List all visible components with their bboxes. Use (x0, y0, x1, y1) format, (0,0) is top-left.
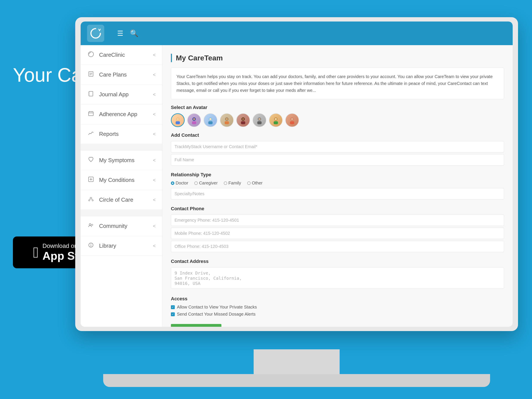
select-avatar-label: Select an Avatar (171, 105, 504, 110)
adherence-icon (87, 110, 95, 118)
checkbox-private-stacks[interactable]: ✓ Allow Contact to View Your Private Sta… (171, 305, 504, 310)
svg-point-18 (92, 200, 93, 201)
laptop-wrapper: ☰ 🔍 CareClinic (69, 11, 525, 387)
relationship-section: Relationship Type Doctor Caregiver (171, 172, 504, 201)
svg-point-43 (258, 118, 260, 120)
sidebar-item-symptoms[interactable]: My Symptoms < (81, 151, 162, 170)
sidebar-label-circle: Circle of Care (99, 196, 149, 203)
sidebar-label-conditions: My Conditions (99, 177, 149, 183)
sidebar-item-circle[interactable]: Circle of Care < (81, 190, 162, 210)
svg-rect-42 (257, 121, 262, 124)
avatar-5[interactable] (236, 113, 250, 127)
radio-doctor[interactable]: Doctor (171, 181, 188, 185)
radio-dot-other (247, 181, 251, 185)
avatar-8[interactable] (285, 113, 299, 127)
careplans-icon (87, 71, 95, 78)
sidebar-item-community[interactable]: Community < (81, 216, 162, 236)
sidebar-item-adherence[interactable]: Adherence App < (81, 104, 162, 124)
sidebar-label-careplans: Care Plans (99, 71, 149, 78)
select-avatar-section: Select an Avatar (171, 105, 504, 127)
reports-icon (87, 130, 95, 138)
radio-dot-doctor (171, 181, 174, 185)
chevron-icon: < (153, 177, 156, 183)
svg-rect-48 (290, 121, 294, 124)
chevron-icon: < (153, 243, 156, 249)
radio-label-doctor: Doctor (176, 181, 188, 185)
apple-icon:  (33, 244, 39, 261)
laptop-stand-neck (254, 349, 340, 375)
specialty-notes-input[interactable] (171, 188, 504, 200)
app-layout: CareClinic < Care Plans (81, 45, 513, 327)
contact-username-input[interactable] (171, 141, 504, 152)
emergency-phone-input[interactable] (171, 215, 504, 226)
search-icon[interactable]: 🔍 (130, 29, 139, 38)
symptoms-icon (87, 157, 95, 164)
avatar-3[interactable] (203, 113, 217, 127)
avatar-1[interactable] (171, 113, 185, 127)
svg-rect-33 (208, 121, 213, 124)
contact-address-section: Contact Address (171, 259, 504, 291)
sidebar-label-reports: Reports (99, 131, 149, 137)
chevron-icon: < (153, 223, 156, 229)
sidebar-item-careplans[interactable]: Care Plans < (81, 65, 162, 85)
chevron-icon: < (153, 92, 156, 97)
description-box: Your CareTeam helps you stay on track. Y… (171, 68, 504, 99)
contact-phone-section: Contact Phone (171, 206, 504, 254)
laptop-body: ☰ 🔍 CareClinic (75, 17, 518, 331)
avatar-row (171, 113, 504, 127)
radio-dot-caregiver (194, 181, 198, 185)
svg-rect-9 (89, 112, 93, 116)
chevron-icon: < (153, 158, 156, 163)
access-section: Access ✓ Allow Contact to View Your Priv… (171, 296, 504, 317)
sidebar-item-reports[interactable]: Reports < (81, 124, 162, 144)
sidebar-item-conditions[interactable]: My Conditions < (81, 170, 162, 190)
contact-address-input[interactable] (171, 267, 504, 289)
office-phone-input[interactable] (171, 241, 504, 252)
sidebar: CareClinic < Care Plans (81, 45, 162, 327)
svg-rect-5 (89, 91, 93, 96)
chevron-icon: < (153, 197, 156, 203)
avatar-6[interactable] (253, 113, 266, 127)
community-icon (87, 222, 95, 230)
radio-label-other: Other (252, 181, 263, 185)
checkbox-missed-dosage[interactable]: ✓ Send Contact Your Missed Dosage Alerts (171, 312, 504, 317)
chevron-icon: < (153, 112, 156, 117)
menu-icon[interactable]: ☰ (117, 29, 123, 38)
sidebar-label-symptoms: My Symptoms (99, 157, 149, 164)
checkbox-label-2: Send Contact Your Missed Dosage Alerts (177, 312, 256, 317)
radio-caregiver[interactable]: Caregiver (194, 181, 218, 185)
add-contact-section: Add Contact (171, 133, 504, 167)
svg-point-28 (177, 118, 179, 120)
avatar-4[interactable] (220, 113, 234, 127)
sidebar-item-careclinic[interactable]: CareClinic < (81, 45, 162, 65)
avatar-7[interactable] (269, 113, 283, 127)
radio-other[interactable]: Other (247, 181, 263, 185)
checkbox-label-1: Allow Contact to View Your Private Stack… (177, 305, 257, 310)
svg-point-37 (226, 118, 228, 120)
journal-icon (87, 91, 95, 98)
svg-rect-27 (176, 121, 180, 124)
mobile-phone-input[interactable] (171, 228, 504, 239)
page-title: My CareTeam (171, 54, 504, 62)
svg-point-34 (209, 118, 211, 120)
avatar-2[interactable] (187, 113, 201, 127)
contact-phone-label: Contact Phone (171, 206, 504, 212)
radio-label-family: Family (228, 181, 241, 185)
radio-family[interactable]: Family (224, 181, 241, 185)
svg-point-21 (89, 224, 91, 225)
contact-address-label: Contact Address (171, 259, 504, 264)
sidebar-item-library[interactable]: Library < (81, 236, 162, 256)
sidebar-label-journal: Journal App (99, 91, 149, 98)
svg-rect-39 (241, 121, 245, 124)
app-logo (87, 25, 104, 42)
relationship-row: Doctor Caregiver Family (171, 181, 504, 185)
add-contact-label: Add Contact (171, 133, 504, 138)
checkbox-icon-2: ✓ (171, 312, 175, 316)
add-to-careteam-button[interactable]: Add to CareTeam (171, 324, 222, 327)
svg-line-20 (92, 199, 92, 200)
sidebar-item-journal[interactable]: Journal App < (81, 85, 162, 104)
svg-point-17 (89, 200, 90, 201)
contact-fullname-input[interactable] (171, 154, 504, 165)
laptop-screen: ☰ 🔍 CareClinic (81, 21, 513, 327)
main-content: My CareTeam Your CareTeam helps you stay… (162, 45, 513, 327)
